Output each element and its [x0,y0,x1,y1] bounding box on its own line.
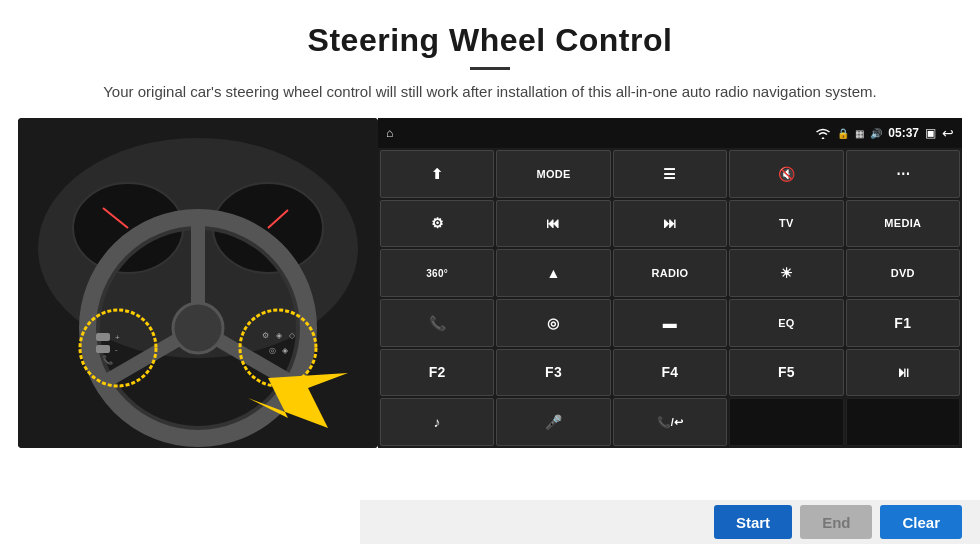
btn-f2[interactable]: F2 [380,349,494,397]
steering-wheel-image: + - 📞 ⚙ ◈ ◇ ◎ ◈ [18,118,378,448]
btn-settings[interactable]: ⚙ [380,200,494,248]
android-panel: ⌂ 🔒 ▦ 🔊 05:37 ▣ ↩ ⬆ MODE ☰ [378,118,962,448]
btn-next[interactable]: ⏭ [613,200,727,248]
svg-text:📞: 📞 [102,354,114,366]
btn-radio[interactable]: RADIO [613,249,727,297]
btn-mode[interactable]: MODE [496,150,610,198]
btn-f3[interactable]: F3 [496,349,610,397]
page-title: Steering Wheel Control [0,0,980,59]
time-display: 05:37 [888,126,919,140]
phone-icon: 📞 [429,315,446,331]
btn-tv[interactable]: TV [729,200,843,248]
svg-text:◎: ◎ [269,346,276,355]
home-icon[interactable]: ⌂ [386,126,393,140]
svg-text:◇: ◇ [289,331,296,340]
navi-icon: ◎ [547,315,559,331]
end-button[interactable]: End [800,505,872,539]
navigate-icon: ⬆ [431,166,443,182]
status-left: ⌂ [386,126,393,140]
svg-text:+: + [115,333,120,342]
clear-button[interactable]: Clear [880,505,962,539]
mute-icon: 🔇 [778,166,795,182]
btn-playpause[interactable]: ⏯ [846,349,960,397]
status-bar: ⌂ 🔒 ▦ 🔊 05:37 ▣ ↩ [378,118,962,148]
btn-mic[interactable]: 🎤 [496,398,610,446]
svg-text:⚙: ⚙ [262,331,269,340]
svg-text:◈: ◈ [276,331,283,340]
btn-phone[interactable]: 📞 [380,299,494,347]
brightness-icon: ☀ [780,265,793,281]
btn-media[interactable]: MEDIA [846,200,960,248]
back-icon[interactable]: ↩ [942,125,954,141]
next-icon: ⏭ [663,215,677,231]
btn-f4[interactable]: F4 [613,349,727,397]
apps-icon: ⋯ [896,166,910,182]
bottom-bar: Start End Clear [360,500,980,544]
svg-rect-15 [96,345,110,353]
playpause-icon: ⏯ [896,364,910,380]
btn-apps[interactable]: ⋯ [846,150,960,198]
eject-icon: ▲ [547,265,561,281]
btn-eject[interactable]: ▲ [496,249,610,297]
mic-icon: 🎤 [545,414,562,430]
btn-empty1 [729,398,843,446]
subtitle-text: Your original car's steering wheel contr… [40,80,940,104]
lock-icon: 🔒 [837,128,849,139]
btn-screen[interactable]: ▬ [613,299,727,347]
title-divider [470,67,510,70]
svg-rect-14 [96,333,110,341]
btn-f1[interactable]: F1 [846,299,960,347]
btn-f5[interactable]: F5 [729,349,843,397]
music-icon: ♪ [434,414,441,430]
window-icon[interactable]: ▣ [925,126,936,140]
button-grid: ⬆ MODE ☰ 🔇 ⋯ ⚙ ⏮ ⏭ TV MEDIA 360° ▲ RADIO… [378,148,962,448]
settings-icon: ⚙ [431,215,444,231]
svg-point-11 [173,303,223,353]
btn-nav[interactable]: ⬆ [380,150,494,198]
screen-icon: ▬ [663,315,677,331]
btn-360[interactable]: 360° [380,249,494,297]
svg-text:◈: ◈ [282,346,289,355]
btn-navi[interactable]: ◎ [496,299,610,347]
menu-icon: ☰ [663,166,676,182]
btn-menu[interactable]: ☰ [613,150,727,198]
wifi-icon [815,127,831,139]
bt-icon: 🔊 [870,128,882,139]
svg-text:-: - [115,345,118,354]
btn-brightness[interactable]: ☀ [729,249,843,297]
btn-mute[interactable]: 🔇 [729,150,843,198]
content-area: + - 📞 ⚙ ◈ ◇ ◎ ◈ ⌂ [0,118,980,468]
btn-empty2 [846,398,960,446]
btn-call[interactable]: 📞/↩ [613,398,727,446]
btn-eq[interactable]: EQ [729,299,843,347]
btn-dvd[interactable]: DVD [846,249,960,297]
status-right: 🔒 ▦ 🔊 05:37 ▣ ↩ [815,125,954,141]
start-button[interactable]: Start [714,505,792,539]
previous-icon: ⏮ [546,215,560,231]
btn-music[interactable]: ♪ [380,398,494,446]
btn-prev[interactable]: ⏮ [496,200,610,248]
sd-icon: ▦ [855,128,864,139]
